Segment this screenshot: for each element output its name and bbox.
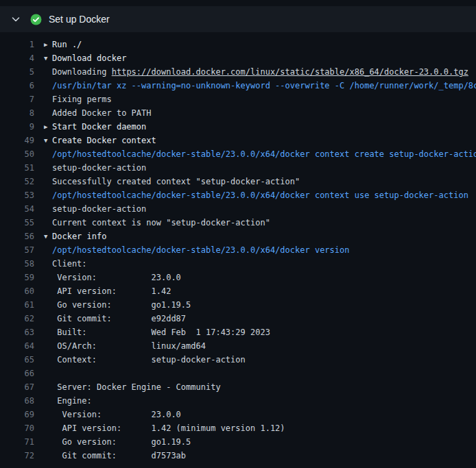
chevron-down-icon[interactable] <box>10 14 21 25</box>
log-line: 50 /opt/hostedtoolcache/docker-stable/23… <box>0 147 476 161</box>
group-toggle-icon <box>44 271 52 284</box>
line-content: ▼Create Docker context <box>34 134 156 147</box>
log-text: setup-docker-action <box>52 202 146 216</box>
line-number[interactable]: 72 <box>0 449 34 463</box>
line-number[interactable]: 5 <box>0 65 34 79</box>
log-line: 67 Server: Docker Engine - Community <box>0 380 476 394</box>
line-content: API version: 1.42 (minimum version 1.12) <box>34 421 285 435</box>
group-toggle-icon <box>44 93 52 106</box>
log-text: Start Docker daemon <box>52 120 146 134</box>
line-number[interactable]: 51 <box>0 161 34 175</box>
line-content: Client: <box>34 257 87 271</box>
line-number[interactable]: 60 <box>0 284 34 298</box>
log-line: 5 Downloading https://download.docker.co… <box>0 65 476 79</box>
group-toggle-icon <box>44 394 52 408</box>
line-number[interactable]: 1 <box>0 38 34 51</box>
log-link[interactable]: https://download.docker.com/linux/static… <box>112 65 468 79</box>
log-group-line[interactable]: 56 ▼Docker info <box>0 230 476 243</box>
line-number[interactable]: 57 <box>0 243 34 257</box>
log-command-text: /opt/hostedtoolcache/docker-stable/23.0.… <box>52 188 468 202</box>
log-text: setup-docker-action <box>52 161 146 175</box>
line-number[interactable]: 6 <box>0 79 34 93</box>
log-group-line[interactable]: 49 ▼Create Docker context <box>0 134 476 147</box>
line-number[interactable]: 61 <box>0 298 34 312</box>
line-number[interactable]: 49 <box>0 134 34 147</box>
line-number[interactable]: 71 <box>0 435 34 449</box>
line-content: ▶Start Docker daemon <box>34 120 146 134</box>
log-text: Current context is now "setup-docker-act… <box>52 216 270 230</box>
line-content: Go version: go1.19.5 <box>34 435 191 449</box>
line-number[interactable]: 55 <box>0 216 34 230</box>
log-line: 53 /opt/hostedtoolcache/docker-stable/23… <box>0 188 476 202</box>
line-content: Context: setup-docker-action <box>34 353 246 367</box>
log-text: Built: Wed Feb 1 17:43:29 2023 <box>52 325 270 339</box>
line-number[interactable]: 62 <box>0 312 34 325</box>
line-number[interactable]: 54 <box>0 202 34 216</box>
group-toggle-icon <box>44 188 52 202</box>
line-content: Version: 23.0.0 <box>34 271 181 284</box>
log-text: API version: 1.42 (minimum version 1.12) <box>52 421 285 435</box>
group-toggle-icon <box>44 65 52 79</box>
group-toggle-icon <box>44 257 52 271</box>
log-line: 65 Context: setup-docker-action <box>0 353 476 367</box>
line-number[interactable]: 50 <box>0 147 34 161</box>
log-line: 57 /opt/hostedtoolcache/docker-stable/23… <box>0 243 476 257</box>
log-group-line[interactable]: 9 ▶Start Docker daemon <box>0 120 476 134</box>
line-number[interactable]: 52 <box>0 175 34 188</box>
step-header[interactable]: Set up Docker <box>0 6 476 32</box>
line-number[interactable]: 69 <box>0 408 34 421</box>
line-content: Downloading https://download.docker.com/… <box>34 65 468 79</box>
line-content: Engine: <box>34 394 92 408</box>
line-content: /opt/hostedtoolcache/docker-stable/23.0.… <box>34 188 468 202</box>
log-text: Engine: <box>52 394 92 408</box>
log-line: 68 Engine: <box>0 394 476 408</box>
log-line: 60 API version: 1.42 <box>0 284 476 298</box>
log-group-line[interactable]: 1 ▶Run ./ <box>0 38 476 51</box>
line-content: Version: 23.0.0 <box>34 408 181 421</box>
line-number[interactable]: 63 <box>0 325 34 339</box>
line-number[interactable]: 8 <box>0 106 34 120</box>
line-number[interactable]: 9 <box>0 120 34 134</box>
line-number[interactable]: 68 <box>0 394 34 408</box>
log-command-text: /usr/bin/tar xz --warning=no-unknown-key… <box>52 79 476 93</box>
log-text: OS/Arch: linux/amd64 <box>52 339 206 353</box>
log-command-text: /opt/hostedtoolcache/docker-stable/23.0.… <box>52 243 349 257</box>
log-text: Git commit: e92dd87 <box>52 312 186 325</box>
line-content: Go version: go1.19.5 <box>34 298 191 312</box>
line-number[interactable]: 64 <box>0 339 34 353</box>
line-number[interactable]: 7 <box>0 93 34 106</box>
line-number[interactable]: 66 <box>0 367 34 380</box>
log-group-line[interactable]: 4 ▼Download docker <box>0 51 476 65</box>
log-line: 64 OS/Arch: linux/amd64 <box>0 339 476 353</box>
triangle-down-icon: ▼ <box>44 51 52 65</box>
log-text: Go version: go1.19.5 <box>52 435 191 449</box>
line-number[interactable]: 65 <box>0 353 34 367</box>
line-number[interactable]: 56 <box>0 230 34 243</box>
line-number[interactable]: 53 <box>0 188 34 202</box>
line-content: Added Docker to PATH <box>34 106 152 120</box>
log-line: 71 Go version: go1.19.5 <box>0 435 476 449</box>
log-text: Version: 23.0.0 <box>52 408 181 421</box>
triangle-down-icon: ▼ <box>44 230 52 243</box>
step-title: Set up Docker <box>49 14 110 25</box>
group-toggle-icon <box>44 339 52 353</box>
line-number[interactable]: 67 <box>0 380 34 394</box>
line-number[interactable]: 59 <box>0 271 34 284</box>
group-toggle-icon <box>44 312 52 325</box>
log-text: Added Docker to PATH <box>52 106 152 120</box>
log-text: Download docker <box>52 51 126 65</box>
log-line: 69 Version: 23.0.0 <box>0 408 476 421</box>
line-number[interactable]: 4 <box>0 51 34 65</box>
group-toggle-icon <box>44 216 52 230</box>
group-toggle-icon <box>44 325 52 339</box>
line-number[interactable]: 58 <box>0 257 34 271</box>
check-circle-icon <box>30 14 42 25</box>
group-toggle-icon <box>44 202 52 216</box>
line-number[interactable]: 70 <box>0 421 34 435</box>
group-toggle-icon <box>44 408 52 421</box>
log-line: 62 Git commit: e92dd87 <box>0 312 476 325</box>
log-text: Server: Docker Engine - Community <box>52 380 221 394</box>
group-toggle-icon <box>44 161 52 175</box>
group-toggle-icon <box>44 298 52 312</box>
line-content: OS/Arch: linux/amd64 <box>34 339 206 353</box>
